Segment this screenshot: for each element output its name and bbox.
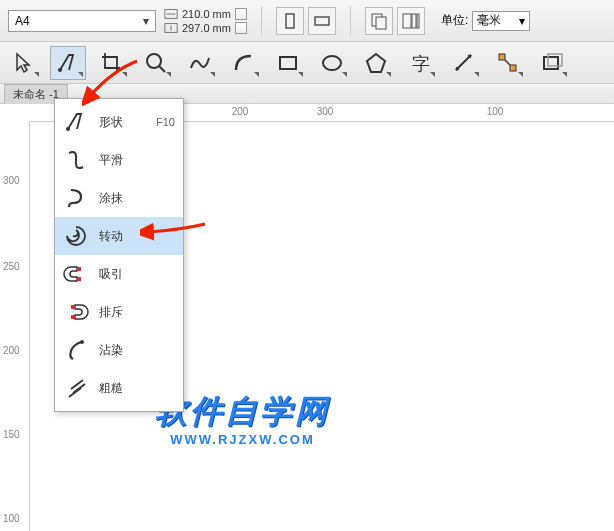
rectangle-tool[interactable] [270,46,306,80]
dropdown-icon [518,72,523,77]
flyout-roughen-tool[interactable]: 粗糙 [55,369,183,407]
connector-tool[interactable] [490,46,526,80]
dropdown-icon [34,72,39,77]
arrow-annotation-2 [140,218,210,242]
svg-rect-8 [403,14,411,28]
svg-rect-26 [77,277,81,281]
doc-name-label: 未命名 -1 [13,88,59,100]
landscape-button[interactable] [308,7,336,35]
freehand-tool[interactable] [182,46,218,80]
page-size-value: A4 [15,14,30,28]
svg-rect-23 [548,54,562,66]
page-width: 210.0 mm [182,8,231,20]
dropdown-icon [474,72,479,77]
arrow-annotation-1 [82,56,142,106]
svg-rect-7 [376,17,386,29]
flyout-label: 转动 [99,228,123,245]
smear-icon [63,337,89,363]
flyout-shortcut: F10 [156,116,175,128]
flyout-label: 排斥 [99,304,123,321]
svg-text:字: 字 [412,54,430,74]
chevron-down-icon: ▾ [519,14,525,28]
width-icon [164,8,178,20]
shape-tool[interactable] [50,46,86,80]
svg-marker-16 [367,54,385,72]
flyout-attract-tool[interactable]: 吸引 [55,255,183,293]
flyout-label: 沾染 [99,342,123,359]
smooth-icon [63,147,89,173]
svg-rect-22 [544,57,558,69]
ruler-vertical: 300 250 200 150 100 [0,122,30,531]
page-height: 297.0 mm [182,22,231,34]
svg-point-15 [323,56,341,70]
flyout-label: 粗糙 [99,380,123,397]
flyout-smooth-tool[interactable]: 平滑 [55,141,183,179]
attract-icon [63,261,89,287]
flyout-label: 平滑 [99,152,123,169]
dropdown-icon [166,72,171,77]
dropdown-icon [298,72,303,77]
twirl-icon [63,223,89,249]
dimension-tool[interactable] [446,46,482,80]
dropdown-icon [562,72,567,77]
svg-rect-9 [412,14,416,28]
multi-page1-button[interactable] [365,7,393,35]
flyout-smudge-tool[interactable]: 涂抹 [55,179,183,217]
effect-tool[interactable] [534,46,570,80]
svg-line-18 [456,55,471,70]
units-select[interactable]: 毫米 ▾ [472,11,530,31]
portrait-button[interactable] [276,7,304,35]
svg-rect-4 [286,14,294,28]
dropdown-icon [430,72,435,77]
repel-icon [63,299,89,325]
svg-point-12 [147,54,161,68]
chevron-down-icon: ▾ [143,14,149,28]
height-icon [164,22,178,34]
height-spinner[interactable] [235,22,247,34]
smudge-icon [63,185,89,211]
curve-tool[interactable] [226,46,262,80]
roughen-icon [63,375,89,401]
page-size-select[interactable]: A4 ▾ [8,10,156,32]
dropdown-icon [386,72,391,77]
ellipse-tool[interactable] [314,46,350,80]
zoom-tool[interactable] [138,46,174,80]
width-spinner[interactable] [235,8,247,20]
svg-point-11 [58,68,62,72]
svg-rect-28 [71,315,75,319]
svg-line-13 [159,66,165,72]
watermark-url: WWW.RJZXW.COM [155,432,330,447]
svg-rect-19 [499,54,505,60]
flyout-label: 形状 [99,114,123,131]
flyout-label: 吸引 [99,266,123,283]
units-label: 单位: [441,12,468,29]
text-tool[interactable]: 字 [402,46,438,80]
svg-point-24 [66,127,70,131]
dropdown-icon [342,72,347,77]
svg-rect-27 [71,305,75,309]
dropdown-icon [254,72,259,77]
svg-line-21 [505,60,510,65]
flyout-shape-tool[interactable]: 形状 F10 [55,103,183,141]
svg-point-29 [80,340,84,344]
multi-page2-button[interactable] [397,7,425,35]
svg-rect-20 [510,65,516,71]
shape-icon [63,109,89,135]
svg-rect-10 [417,14,419,28]
dropdown-icon [210,72,215,77]
page-dimensions: 210.0 mm 297.0 mm [164,8,247,34]
svg-rect-14 [280,57,296,69]
flyout-smear-tool[interactable]: 沾染 [55,331,183,369]
pick-tool[interactable] [6,46,42,80]
flyout-label: 涂抹 [99,190,123,207]
tool-flyout: 形状 F10 平滑 涂抹 转动 吸引 排斥 沾染 [54,98,184,412]
polygon-tool[interactable] [358,46,394,80]
svg-rect-5 [315,17,329,25]
svg-rect-25 [77,267,81,271]
units-value: 毫米 [477,12,501,29]
flyout-repel-tool[interactable]: 排斥 [55,293,183,331]
